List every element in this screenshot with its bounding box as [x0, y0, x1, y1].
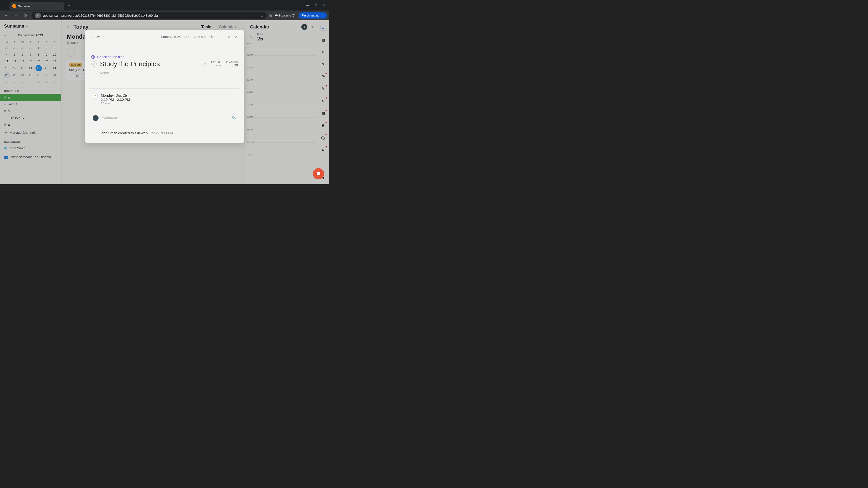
time-row[interactable]: 4 PM	[246, 68, 317, 80]
tab-tasks[interactable]: Tasks	[201, 25, 213, 29]
trello-icon[interactable]: ▦	[320, 110, 326, 116]
calendar-day[interactable]: 10	[51, 52, 58, 58]
gmail-icon[interactable]: ✉	[320, 49, 326, 55]
work-section-toggle[interactable]: ⌄WORK	[0, 101, 61, 107]
browser-tab[interactable]: Sunsama ✕	[9, 2, 64, 10]
calendar-day[interactable]: 14	[27, 58, 34, 65]
bookmark-star-icon[interactable]: ☆	[260, 14, 264, 18]
tab-search-dropdown[interactable]: ⌄	[0, 1, 9, 9]
calendar-day[interactable]: 29	[35, 72, 42, 78]
task-card[interactable]: 2:10 pm Study the P ✓ ▦ ⏱	[66, 60, 87, 80]
time-row[interactable]: 10 PM	[246, 142, 317, 155]
calendar-day[interactable]: 8	[35, 52, 42, 58]
calendar-day[interactable]: 2	[11, 78, 18, 85]
today-label[interactable]: Today	[73, 24, 198, 30]
back-button[interactable]: ←	[2, 12, 10, 19]
calendar-day[interactable]: 5	[11, 52, 18, 58]
calendar-day[interactable]: 20	[20, 65, 26, 71]
linked-objective[interactable]: Check on the files	[91, 55, 238, 59]
add-task-button[interactable]: ＋	[67, 48, 75, 57]
calendar-day[interactable]: 2	[43, 45, 50, 51]
calendar-day[interactable]: 3	[51, 45, 58, 51]
calendar-day[interactable]: 1	[4, 78, 10, 85]
due-date[interactable]: Due	[184, 35, 191, 39]
calendar-timeline[interactable]: 2 PM3 PM4 PM5 PM6 PM7 PM8 PM9 PM10 PM11 …	[246, 43, 317, 184]
calendar-day[interactable]: 22	[35, 65, 42, 71]
calendar-user[interactable]: John Smith	[0, 144, 61, 152]
finish-update-button[interactable]: Finish update ⋮	[299, 12, 327, 19]
calendar-day[interactable]: 16	[43, 58, 50, 65]
more-menu-icon[interactable]: ⋯	[220, 35, 224, 39]
close-window-icon[interactable]: ✕	[322, 3, 325, 7]
calendar-day[interactable]: 7	[51, 78, 58, 85]
site-info-icon[interactable]: ⇄	[35, 13, 41, 18]
address-bar[interactable]: ⇄ app.sunsama.com/group/1703182764469638…	[31, 12, 267, 19]
asana-icon[interactable]: ⦿	[320, 74, 326, 79]
minimize-icon[interactable]: —	[306, 3, 309, 7]
maximize-icon[interactable]: ▢	[314, 3, 317, 7]
calendar-day[interactable]: 18	[4, 65, 10, 71]
panel-icon[interactable]: ▥	[320, 37, 326, 43]
time-row[interactable]: 6 PM	[246, 93, 317, 105]
calendar-day[interactable]: 31	[51, 72, 58, 78]
new-tab-button[interactable]: ＋	[64, 2, 74, 8]
expand-column-icon[interactable]: ⇥	[310, 25, 313, 29]
done-icon[interactable]: ✓	[69, 73, 73, 78]
calendar-day[interactable]: 6	[43, 78, 50, 85]
calendar-day[interactable]: 15	[35, 58, 42, 65]
calendar-day[interactable]: 28	[11, 45, 18, 51]
calendar-day[interactable]: 30	[27, 45, 34, 51]
actual-value[interactable]: --:--	[211, 64, 221, 67]
gcal-icon[interactable]: 31	[320, 25, 326, 31]
time-row[interactable]: 7 PM	[246, 105, 317, 118]
refresh-icon[interactable]: ⟳	[320, 61, 326, 67]
add-subtasks[interactable]: Add subtasks	[194, 35, 215, 39]
manage-channels[interactable]: ＋Manage Channels	[0, 128, 61, 137]
time-row[interactable]: 3 PM	[246, 56, 317, 68]
start-date[interactable]: Start: Dec 25	[161, 35, 181, 39]
todoist-icon[interactable]: ✎	[320, 86, 326, 92]
time-row[interactable]: 2 PM	[246, 43, 317, 56]
channel-all[interactable]: #all	[0, 94, 61, 101]
personal-section-toggle[interactable]: ⌄PERSONAL	[0, 115, 61, 121]
calendar-day[interactable]: 27	[20, 72, 26, 78]
channel-tag[interactable]: work	[97, 35, 104, 39]
channel-work-all[interactable]: #all	[0, 107, 61, 115]
time-row[interactable]: 9 PM	[246, 130, 317, 142]
calendar-day[interactable]: 24	[51, 65, 58, 71]
date-icon[interactable]: ▦	[74, 73, 79, 78]
user-avatar[interactable]: J	[301, 24, 307, 30]
workspace-switcher[interactable]: Sunsama ⌄	[0, 24, 61, 31]
schedule-block[interactable]: 31 Monday, Dec 25 2:10 PM - 2:30 PM 20 m…	[91, 89, 238, 110]
calendar-day[interactable]: 25	[4, 72, 10, 78]
month-next[interactable]: ›	[54, 32, 57, 38]
calendar-day[interactable]: 23	[43, 65, 50, 71]
notion-icon[interactable]: N	[320, 98, 326, 104]
attachment-icon[interactable]: 📎	[232, 116, 237, 121]
calendar-day[interactable]: 1	[35, 45, 42, 51]
tab-close-icon[interactable]: ✕	[58, 4, 61, 8]
play-timer-icon[interactable]: ▷	[205, 62, 208, 66]
settings-icon[interactable]: ⚙	[320, 147, 326, 153]
complete-toggle[interactable]: ✓	[91, 61, 97, 67]
calendar-day[interactable]: 30	[43, 72, 50, 78]
calendar-day[interactable]: 26	[11, 72, 18, 78]
incognito-indicator[interactable]: 🕶 Incognito (2)	[275, 14, 296, 17]
github-icon[interactable]: ◯	[320, 135, 326, 140]
calendar-day[interactable]: 4	[4, 52, 10, 58]
calendar-day[interactable]: 3	[20, 78, 26, 85]
calendar-day[interactable]: 5	[35, 78, 42, 85]
calendar-day[interactable]: 28	[27, 72, 34, 78]
time-row[interactable]: 5 PM	[246, 80, 317, 93]
calendar-day[interactable]: 27	[4, 45, 10, 51]
calendar-day[interactable]: 9	[43, 52, 50, 58]
collapse-sidebar-icon[interactable]: ⇤	[67, 25, 70, 30]
calendar-day[interactable]: 19	[11, 65, 18, 71]
invite-link[interactable]: 👥Invite someone to Sunsama	[0, 152, 61, 162]
tab-calendar[interactable]: Calendar	[219, 25, 236, 29]
reload-button[interactable]: ⟳	[22, 12, 29, 19]
time-row[interactable]: 11 PM	[246, 155, 317, 167]
calendar-day[interactable]: 17	[51, 58, 58, 65]
month-prev[interactable]: ‹	[4, 32, 7, 38]
calendar-day[interactable]: 6	[20, 52, 26, 58]
